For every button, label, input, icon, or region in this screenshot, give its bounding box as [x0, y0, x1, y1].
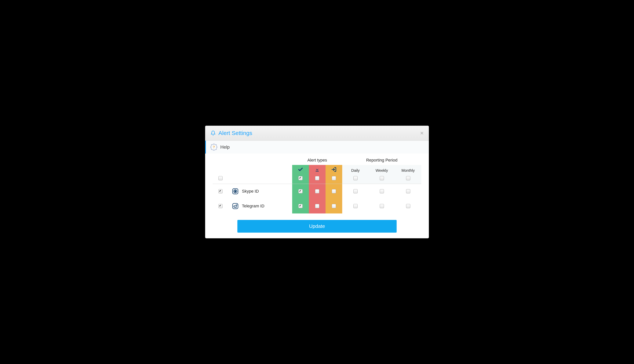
all-daily-checkbox[interactable] — [354, 176, 358, 180]
svg-rect-4 — [216, 147, 218, 148]
daily-header: Daily — [342, 165, 368, 174]
reporting-period-header: Reporting Period — [342, 156, 421, 165]
help-gear-icon: ? — [210, 143, 218, 151]
svg-text:S: S — [234, 190, 236, 192]
row-label: Skype ID — [242, 189, 259, 194]
dialog-header: Alert Settings × — [205, 126, 429, 141]
row-weekly-checkbox[interactable] — [380, 204, 384, 208]
svg-rect-6 — [216, 149, 217, 150]
skype-icon: S — [232, 188, 238, 194]
table-row: S Skype ID — [213, 184, 421, 199]
row-red-checkbox[interactable] — [315, 189, 319, 194]
alert-types-header: Alert types — [292, 156, 342, 165]
table-row: Telegram ID — [213, 199, 421, 214]
svg-rect-2 — [214, 150, 214, 151]
row-orange-checkbox[interactable] — [332, 189, 336, 194]
help-label: Help — [220, 144, 230, 150]
help-tab[interactable]: ? Help — [205, 141, 429, 154]
select-all-checkbox[interactable] — [218, 176, 222, 180]
row-enable-checkbox[interactable] — [218, 189, 222, 194]
row-daily-checkbox[interactable] — [354, 189, 358, 194]
update-button[interactable]: Update — [237, 220, 397, 232]
dialog-title: Alert Settings — [210, 130, 252, 136]
dialog-title-text: Alert Settings — [218, 130, 252, 136]
row-red-checkbox[interactable] — [315, 204, 319, 208]
row-label: Telegram ID — [242, 204, 264, 208]
row-green-checkbox[interactable] — [298, 189, 302, 194]
svg-rect-8 — [211, 149, 212, 150]
close-button[interactable]: × — [420, 130, 424, 136]
all-green-checkbox[interactable] — [298, 176, 302, 180]
row-daily-checkbox[interactable] — [354, 204, 358, 208]
row-weekly-checkbox[interactable] — [380, 189, 384, 194]
row-green-checkbox[interactable] — [298, 204, 302, 208]
all-orange-checkbox[interactable] — [332, 176, 336, 180]
monthly-header: Monthly — [395, 165, 421, 174]
alert-settings-dialog: Alert Settings × ? Help — [205, 126, 429, 238]
svg-text:?: ? — [213, 145, 215, 149]
alert-settings-table: Alert types Reporting Period — [213, 156, 421, 214]
all-red-checkbox[interactable] — [315, 176, 319, 180]
download-icon — [309, 167, 326, 172]
row-monthly-checkbox[interactable] — [406, 189, 410, 194]
bell-icon — [210, 130, 216, 136]
login-icon — [326, 167, 342, 172]
row-monthly-checkbox[interactable] — [406, 204, 410, 208]
dialog-content: Alert types Reporting Period — [205, 154, 429, 238]
weekly-header: Weekly — [368, 165, 395, 174]
svg-rect-10 — [316, 171, 319, 172]
row-orange-checkbox[interactable] — [332, 204, 336, 208]
all-monthly-checkbox[interactable] — [406, 176, 410, 180]
check-icon — [292, 167, 309, 172]
svg-rect-1 — [214, 144, 214, 145]
telegram-icon — [232, 203, 238, 209]
row-enable-checkbox[interactable] — [218, 204, 222, 208]
svg-rect-3 — [210, 147, 212, 148]
all-weekly-checkbox[interactable] — [380, 176, 384, 180]
